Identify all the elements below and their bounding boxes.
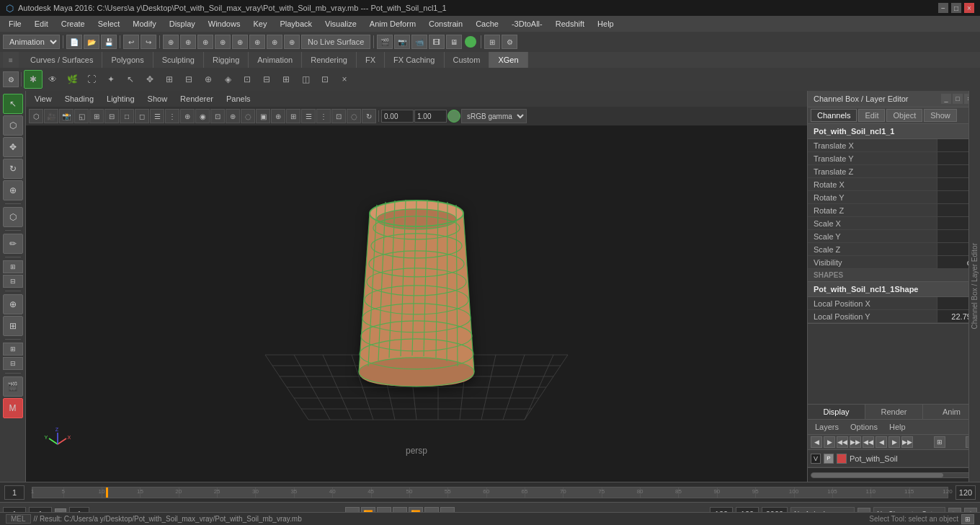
xgen-btn17[interactable]: × [335, 70, 354, 89]
cb-tab-channels[interactable]: Channels [811, 109, 857, 122]
cb-attr-row[interactable]: Translate Z0 [808, 165, 980, 178]
layer-v-check[interactable]: V [811, 454, 821, 464]
cb-attr-row[interactable]: Rotate X0 [808, 178, 980, 191]
vp-tb-btn-8[interactable]: ☰ [150, 109, 164, 123]
cb-tab-object[interactable]: Object [886, 109, 922, 122]
snap-button6[interactable]: ⊕ [249, 35, 265, 49]
frame-end-input[interactable] [956, 485, 976, 500]
render-btn5[interactable]: 🖥 [446, 35, 462, 49]
vp-tb-btn-2[interactable]: 📸 [59, 109, 74, 123]
snap-button1[interactable]: ⊕ [163, 35, 179, 49]
viewport-canvas[interactable]: X Y Z persp [26, 125, 807, 470]
left-tool-small3[interactable]: ⊞ [3, 343, 23, 356]
open-file-button[interactable]: 📂 [84, 35, 99, 49]
xgen-btn15[interactable]: ◫ [296, 70, 315, 89]
xgen-btn3[interactable]: 🌿 [63, 70, 81, 89]
render-btn4[interactable]: 🎞 [429, 35, 445, 49]
xgen-btn2[interactable]: 👁 [43, 70, 62, 89]
close-button[interactable]: × [964, 3, 974, 13]
vp-tb-btn-7[interactable]: ◻ [135, 109, 149, 123]
vp-tb-btn-13[interactable]: ⊕ [226, 109, 240, 123]
menu-item--3dtoall-[interactable]: -3DtoAll- [506, 18, 548, 30]
scale-tool[interactable]: ⊕ [3, 180, 23, 200]
render-btn2[interactable]: 📷 [394, 35, 410, 49]
xgen-btn7[interactable]: ✥ [141, 70, 159, 89]
options-button[interactable]: ⚙ [502, 35, 517, 49]
menu-item-modify[interactable]: Modify [127, 18, 161, 30]
soft-mod-tool[interactable]: ⬡ [3, 207, 23, 227]
dra-tab-display[interactable]: Display [808, 405, 865, 419]
save-file-button[interactable]: 💾 [101, 35, 117, 49]
left-tool-small1[interactable]: ⊞ [3, 260, 23, 273]
layers-menu-options[interactable]: Options [846, 421, 882, 433]
vp-tb-btn-1[interactable]: 🎥 [44, 109, 58, 123]
menu-item-file[interactable]: File [3, 18, 27, 30]
xgen-btn14[interactable]: ⊞ [277, 70, 295, 89]
snap-button7[interactable]: ⊕ [267, 35, 282, 49]
settings-icon[interactable]: ⚙ [3, 71, 19, 87]
cb-attr-row[interactable]: Scale Y1 [808, 230, 980, 243]
menu-item-constrain[interactable]: Constrain [423, 18, 468, 30]
vp-tb-btn-11[interactable]: ◉ [195, 109, 210, 123]
layer-back-btn[interactable]: ◀ [811, 436, 822, 448]
maximize-button[interactable]: □ [951, 3, 961, 13]
left-tool-render[interactable]: 🎬 [3, 376, 23, 397]
vp-tb-btn-19[interactable]: ⋮ [316, 109, 331, 123]
vp-menu-shading[interactable]: Shading [59, 93, 99, 105]
cb-maximize-btn[interactable]: □ [953, 94, 963, 104]
cb-minimize-btn[interactable]: _ [941, 94, 951, 104]
vp-menu-renderer[interactable]: Renderer [174, 93, 219, 105]
cb-attr-row[interactable]: Translate X0 [808, 139, 980, 152]
layer-ctrl-btn-2[interactable]: ▶ [888, 436, 900, 448]
xgen-btn10[interactable]: ⊕ [199, 70, 218, 89]
module-tab-fx-caching[interactable]: FX Caching [385, 52, 444, 68]
vp-tb-btn-15[interactable]: ▣ [256, 109, 270, 123]
vp-menu-show[interactable]: Show [142, 93, 174, 105]
layer-fwd-btn[interactable]: ▶ [824, 436, 835, 448]
vp-tb-btn-4[interactable]: ⊞ [89, 109, 104, 123]
vp-gamma-input2[interactable] [414, 110, 447, 123]
menu-item-cache[interactable]: Cache [470, 18, 504, 30]
xgen-btn5[interactable]: ✦ [102, 70, 120, 89]
menu-item-help[interactable]: Help [592, 18, 620, 30]
timeline-range-bar[interactable]: 1510152025303540455055606570758085909510… [32, 487, 948, 498]
left-tool-grid[interactable]: ⊞ [3, 316, 23, 336]
vp-tb-btn-18[interactable]: ☰ [301, 109, 316, 123]
menu-item-visualize[interactable]: Visualize [319, 18, 362, 30]
status-line-btn[interactable]: ⊞ [961, 514, 974, 524]
cb-attr-row[interactable]: Scale Z1 [808, 243, 980, 256]
xgen-btn8[interactable]: ⊞ [160, 70, 179, 89]
channel-box-content[interactable]: Pot_with_Soil_ncl1_1 Translate X0Transla… [808, 124, 980, 404]
snap-button2[interactable]: ⊕ [180, 35, 196, 49]
vp-gamma-input1[interactable] [381, 110, 414, 123]
animation-mode-select[interactable]: Animation [3, 35, 60, 49]
layer-ctrl-btn-0[interactable]: ◀◀ [863, 436, 874, 448]
left-tool-maya[interactable]: M [3, 398, 23, 418]
left-tool-plus[interactable]: ⊕ [3, 294, 23, 314]
module-tab-fx[interactable]: FX [357, 52, 385, 68]
vp-menu-panels[interactable]: Panels [220, 93, 257, 105]
module-tab-rendering[interactable]: Rendering [302, 52, 357, 68]
vp-tb-btn-0[interactable]: ⬡ [29, 109, 43, 123]
module-tab-polygons[interactable]: Polygons [102, 52, 153, 68]
xgen-btn16[interactable]: ⊡ [316, 70, 334, 89]
vp-tb-btn-5[interactable]: ⊟ [104, 109, 119, 123]
menu-item-select[interactable]: Select [92, 18, 126, 30]
vp-tb-btn-17[interactable]: ⊞ [286, 109, 300, 123]
module-tab-custom[interactable]: Custom [445, 52, 490, 68]
xgen-active-btn[interactable]: ✱ [24, 70, 43, 89]
cb-tab-edit[interactable]: Edit [858, 109, 885, 122]
move-tool[interactable]: ✥ [3, 137, 23, 157]
xgen-btn11[interactable]: ◈ [218, 70, 237, 89]
menu-item-windows[interactable]: Windows [202, 18, 246, 30]
rotate-tool[interactable]: ↻ [3, 159, 23, 179]
vp-tb-btn-16[interactable]: ⊕ [271, 109, 285, 123]
layer-ctrl-btn-3[interactable]: ▶▶ [901, 436, 913, 448]
vp-color-indicator[interactable] [447, 110, 460, 123]
vp-menu-view[interactable]: View [29, 93, 58, 105]
vp-tb-btn-9[interactable]: ⋮ [165, 109, 179, 123]
layer-color-swatch[interactable] [837, 454, 847, 464]
module-tab-animation[interactable]: Animation [249, 52, 302, 68]
vp-tb-btn-10[interactable]: ⊕ [180, 109, 195, 123]
left-tool-small4[interactable]: ⊟ [3, 357, 23, 370]
